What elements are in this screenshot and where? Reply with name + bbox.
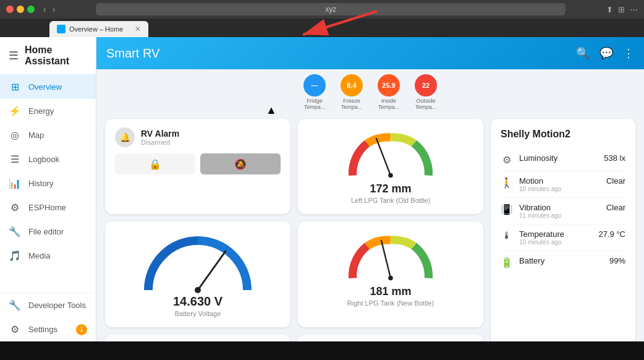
lpg-right-card[interactable]: 181 mm Right LPG Tank (New Bottle): [298, 221, 483, 327]
temp-badge-freeze[interactable]: 8.4 Freeze Tempa...: [336, 74, 367, 110]
lpg-left-value: 172 mm: [370, 182, 411, 195]
history-icon: 📊: [9, 178, 21, 189]
hamburger-icon[interactable]: ☰: [9, 49, 19, 62]
vibration-icon: 📳: [501, 204, 513, 215]
alarm-title: RV Alarm: [141, 129, 179, 139]
alarm-icon: 🔔: [115, 127, 135, 147]
alarm-card[interactable]: 🔔 RV Alarm Disarmed 🔒 🔕: [105, 119, 290, 214]
sidebar-item-media[interactable]: 🎵 Media: [0, 244, 96, 268]
browser-chrome: ‹ › xyz ⬆ ⊞ ⋯: [0, 0, 644, 19]
inside-temp-circle: 25.9: [378, 74, 400, 96]
luminosity-icon: ⚙: [501, 154, 513, 166]
traffic-lights: [6, 6, 35, 13]
alarm-unlock-button[interactable]: 🔕: [200, 153, 281, 174]
topbar: Smart RV 🔍 💬 ⋮: [96, 37, 644, 69]
sidebar-item-overview[interactable]: ⊞ Overview: [0, 75, 96, 99]
svg-line-6: [373, 241, 399, 278]
forward-icon[interactable]: ›: [53, 4, 56, 14]
sidebar-bottom: 🔧 Developer Tools ⚙ Settings 1: [0, 293, 96, 341]
map-label: Map: [28, 131, 44, 140]
logbook-label: Logbook: [28, 155, 59, 164]
vibration-name: Vibration: [519, 203, 600, 212]
shelly-row-vibration: 📳 Vibration 11 minutes ago Clear: [501, 198, 625, 225]
sidebar-item-history[interactable]: 📊 History: [0, 171, 96, 195]
motion-icon: 🚶: [501, 177, 513, 189]
sidebar-item-developer-tools[interactable]: 🔧 Developer Tools: [0, 293, 96, 317]
tab-bar: Overview – Home ✕: [0, 19, 644, 37]
esphome-icon: ⚙: [9, 202, 21, 213]
luminosity-value: 538 lx: [604, 153, 625, 163]
sidebar-header: ☰ Home Assistant: [0, 37, 96, 75]
tab-close-button[interactable]: ✕: [135, 25, 141, 33]
settings-icon: ⚙: [9, 324, 21, 335]
shelly-row-motion: 🚶 Motion 10 minutes ago Clear: [501, 171, 625, 198]
shelly-title: Shelly Motion2: [501, 129, 570, 140]
sidebar-item-file-editor[interactable]: 🔧 File editor: [0, 220, 96, 244]
maximize-button[interactable]: [27, 6, 35, 13]
inside-temp-value: 25.9: [382, 82, 395, 89]
alarm-lock-button[interactable]: 🔒: [115, 153, 195, 174]
map-icon: ◎: [9, 129, 21, 141]
search-icon[interactable]: 🔍: [576, 46, 590, 60]
outside-temp-label: Outside Tempa...: [410, 98, 441, 110]
shelly-row-battery: 🔋 Battery 99%: [501, 251, 625, 273]
overview-label: Overview: [28, 82, 62, 92]
lpg-right-label: Right LPG Tank (New Bottle): [347, 299, 434, 307]
browser-tab[interactable]: Overview – Home ✕: [49, 21, 148, 37]
shelly-card[interactable]: Shelly Motion2 ⚙ Luminosity 538 lx 🚶 Mot…: [491, 119, 635, 341]
temp-badges-row: — Fridge Tempa... 8.4 Freeze Tempa... 25…: [96, 69, 644, 113]
temp-badge-outside[interactable]: 22 Outside Tempa...: [410, 74, 441, 110]
temp-badge-fridge[interactable]: — Fridge Tempa...: [299, 74, 330, 110]
svg-point-5: [195, 287, 201, 293]
history-label: History: [28, 179, 53, 188]
smoke-card[interactable]: 19.43% Smoke and LPG Sensor RV: [298, 335, 483, 341]
developer-tools-label: Developer Tools: [28, 301, 86, 310]
settings-badge: 1: [76, 324, 87, 335]
sidebar-title: Home Assistant: [25, 45, 87, 67]
address-bar[interactable]: xyz: [96, 3, 566, 15]
svg-line-4: [198, 251, 226, 290]
motion-name: Motion: [519, 176, 600, 186]
alarm-status: Disarmed: [141, 139, 179, 146]
new-tab-icon[interactable]: ⊞: [618, 5, 625, 14]
more-icon[interactable]: ⋯: [630, 5, 638, 14]
back-icon[interactable]: ‹: [43, 4, 46, 14]
lpg-right-svg: [341, 231, 440, 284]
motion-value: Clear: [606, 176, 625, 186]
sidebar-item-esphome[interactable]: ⚙ ESPHome: [0, 195, 96, 220]
sidebar-item-energy[interactable]: ⚡ Energy: [0, 99, 96, 123]
close-button[interactable]: [6, 6, 14, 13]
chat-icon[interactable]: 💬: [600, 46, 613, 60]
alarm-info: RV Alarm Disarmed: [141, 129, 179, 146]
alarm-controls: 🔒 🔕: [115, 153, 281, 174]
fridge-temp-circle: —: [303, 74, 326, 96]
shelly-vibration-info: Vibration 11 minutes ago: [519, 203, 600, 219]
sidebar-item-settings[interactable]: ⚙ Settings 1: [0, 317, 96, 341]
more-options-icon[interactable]: ⋮: [623, 46, 634, 60]
browser-controls: ‹ ›: [43, 4, 55, 14]
battery-label: Battery Voltage: [175, 310, 221, 317]
esphome-label: ESPHome: [28, 203, 66, 212]
battery-gauge-svg: [136, 231, 260, 293]
tab-label: Overview – Home: [69, 25, 123, 33]
fridge-temp-value: —: [311, 82, 318, 89]
share-icon[interactable]: ⬆: [606, 5, 613, 14]
temp-badge-inside[interactable]: 25.9 Inside Tempa...: [373, 74, 404, 110]
vibration-time: 11 minutes ago: [519, 212, 600, 219]
alarm-header: 🔔 RV Alarm Disarmed: [115, 127, 179, 147]
shelly-row-temperature: 🌡 Temperature 10 minutes ago 27.9 °C: [501, 225, 625, 251]
shelly-battery-value: 99%: [609, 256, 625, 265]
lpg-left-label: Left LPG Tank (Old Bottle): [351, 197, 430, 204]
media-label: Media: [28, 251, 50, 260]
lpg-right-value: 181 mm: [370, 285, 411, 298]
sidebar-item-logbook[interactable]: ☰ Logbook: [0, 147, 96, 171]
lpg-left-card[interactable]: 172 mm Left LPG Tank (Old Bottle): [298, 119, 483, 214]
cards-grid: 🔔 RV Alarm Disarmed 🔒 🔕: [96, 113, 644, 341]
topbar-title: Smart RV: [106, 46, 569, 61]
minimize-button[interactable]: [17, 6, 24, 13]
battery-card[interactable]: 14.630 V Battery Voltage: [105, 221, 290, 327]
app: ☰ Home Assistant ⊞ Overview ⚡ Energy ◎ M…: [0, 37, 644, 341]
victron-card[interactable]: Victron MPPT: [105, 335, 290, 341]
sidebar-item-map[interactable]: ◎ Map: [0, 123, 96, 147]
shelly-temp-name: Temperature: [519, 229, 592, 239]
